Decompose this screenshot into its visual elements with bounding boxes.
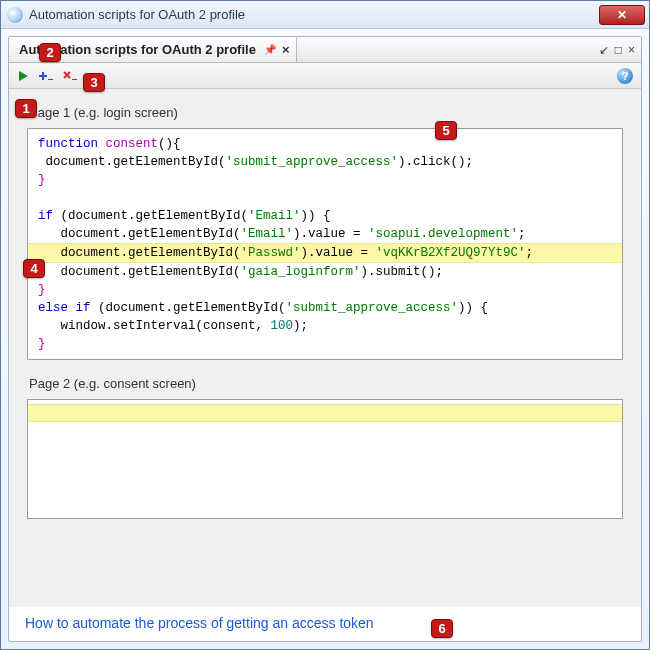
code-token: (){: [158, 137, 181, 151]
inner-panel: Automation scripts for OAuth 2 profile 📌…: [8, 36, 642, 642]
tab-bar: Automation scripts for OAuth 2 profile 📌…: [9, 37, 641, 63]
footer: How to automate the process of getting a…: [9, 607, 641, 641]
tab-title: Automation scripts for OAuth 2 profile: [19, 42, 256, 57]
toolbar: ?: [9, 63, 641, 89]
code-token: (document.getElementById(: [91, 301, 286, 315]
code-token: document.getElementById(: [38, 265, 241, 279]
svg-rect-2: [42, 72, 44, 80]
code-token: 'vqKKrB2Xf2UQ97Yt9C': [376, 246, 526, 260]
close-icon[interactable]: ×: [628, 43, 635, 57]
code-token: window.setInterval(consent,: [38, 319, 271, 333]
titlebar[interactable]: Automation scripts for OAuth 2 profile ✕: [1, 1, 649, 29]
code-token: (document.getElementById(: [53, 209, 248, 223]
maximize-icon[interactable]: □: [615, 43, 622, 57]
page2-label: Page 2 (e.g. consent screen): [29, 376, 623, 391]
highlighted-line: [28, 404, 622, 422]
code-token: }: [38, 337, 46, 351]
page1-section: Page 1 (e.g. login screen) function cons…: [27, 105, 623, 360]
content-area: Page 1 (e.g. login screen) function cons…: [9, 89, 641, 607]
page2-code-editor[interactable]: [27, 399, 623, 519]
app-icon: [7, 7, 23, 23]
code-token: 'submit_approve_access': [226, 155, 399, 169]
code-token: ).value =: [293, 227, 368, 241]
code-token: consent: [98, 137, 158, 151]
pin-icon[interactable]: 📌: [264, 44, 276, 55]
page2-section: Page 2 (e.g. consent screen): [27, 376, 623, 519]
code-token: ;: [526, 246, 534, 260]
help-icon: ?: [622, 70, 629, 82]
code-token: 'submit_approve_access': [286, 301, 459, 315]
close-icon: ✕: [617, 8, 627, 22]
svg-rect-6: [72, 79, 77, 80]
page1-label: Page 1 (e.g. login screen): [29, 105, 623, 120]
application-window: Automation scripts for OAuth 2 profile ✕…: [0, 0, 650, 650]
code-token: }: [38, 173, 46, 187]
code-token: ).value =: [301, 246, 376, 260]
play-icon: [17, 70, 29, 82]
window-title: Automation scripts for OAuth 2 profile: [29, 7, 599, 22]
code-token: else if: [38, 301, 91, 315]
remove-icon: [63, 70, 77, 82]
code-token: 'Email': [241, 227, 294, 241]
code-token: ;: [518, 227, 526, 241]
code-token: ).click();: [398, 155, 473, 169]
code-token: )) {: [301, 209, 331, 223]
help-link[interactable]: How to automate the process of getting a…: [25, 615, 374, 631]
code-token: ).submit();: [361, 265, 444, 279]
highlighted-line: document.getElementById('Passwd').value …: [28, 243, 622, 263]
code-token: document.getElementById(: [38, 227, 241, 241]
code-token: document.getElementById(: [38, 246, 241, 260]
code-token: 'soapui.development': [368, 227, 518, 241]
code-token: 'Passwd': [241, 246, 301, 260]
window-close-button[interactable]: ✕: [599, 5, 645, 25]
code-token: if: [38, 209, 53, 223]
code-token: 'Email': [248, 209, 301, 223]
code-token: function: [38, 137, 98, 151]
tab-close-icon[interactable]: ×: [282, 42, 290, 57]
run-button[interactable]: [17, 70, 29, 82]
help-button[interactable]: ?: [617, 68, 633, 84]
svg-marker-0: [19, 71, 28, 81]
add-page-button[interactable]: [39, 70, 53, 82]
tab-window-controls: ↙ □ ×: [599, 37, 641, 62]
code-token: 'gaia_loginform': [241, 265, 361, 279]
svg-rect-3: [48, 79, 53, 80]
add-icon: [39, 70, 53, 82]
page1-code-editor[interactable]: function consent(){ document.getElementB…: [27, 128, 623, 360]
code-token: );: [293, 319, 308, 333]
tab-automation-scripts[interactable]: Automation scripts for OAuth 2 profile 📌…: [9, 37, 297, 62]
restore-icon[interactable]: ↙: [599, 43, 609, 57]
remove-page-button[interactable]: [63, 70, 77, 82]
code-token: document.getElementById(: [38, 155, 226, 169]
code-token: }: [38, 283, 46, 297]
code-token: 100: [271, 319, 294, 333]
code-token: )) {: [458, 301, 488, 315]
